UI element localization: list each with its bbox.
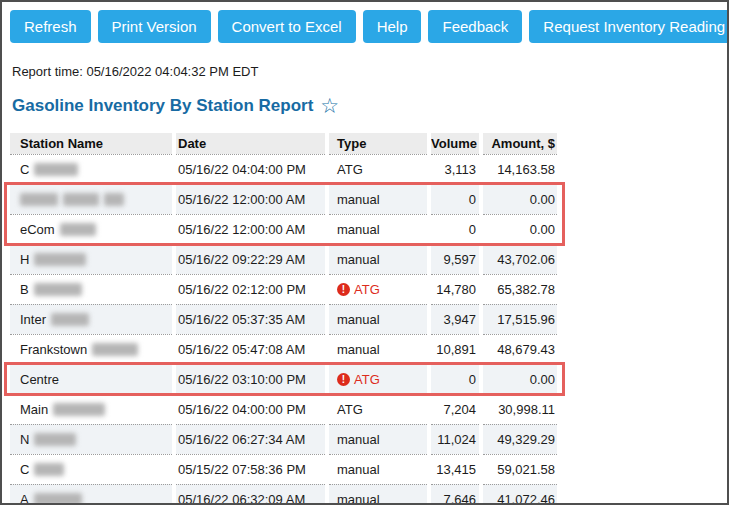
redacted-text-block xyxy=(53,403,105,416)
report-window: Refresh Print Version Convert to Excel H… xyxy=(0,0,729,505)
amount-cell: 0.00 xyxy=(483,214,557,244)
station-name-text: C xyxy=(20,462,29,477)
redacted-text-block xyxy=(63,193,99,206)
help-button[interactable]: Help xyxy=(363,10,422,43)
amount-cell: 59,021.58 xyxy=(483,454,557,484)
station-cell: H xyxy=(10,244,172,274)
date-cell: 05/16/22 12:00:00 AM xyxy=(176,184,325,214)
type-text: ATG xyxy=(354,372,380,387)
redacted-text-block xyxy=(34,163,78,176)
redacted-text-block xyxy=(34,253,86,266)
station-name-text: H xyxy=(20,252,29,267)
station-name-text: Main xyxy=(20,402,48,417)
request-inventory-reading-button[interactable]: Request Inventory Reading xyxy=(529,10,729,43)
station-name-text: N xyxy=(20,432,29,447)
column-header-amount: Amount, $ xyxy=(483,133,557,154)
page-title: Gasoline Inventory By Station Report ☆ xyxy=(12,96,727,116)
redacted-text-block xyxy=(60,223,96,236)
page-title-text: Gasoline Inventory By Station Report xyxy=(12,96,313,116)
table-row: Inter05/16/22 05:37:35 AMmanual3,94717,5… xyxy=(10,304,557,334)
amount-cell: 0.00 xyxy=(483,184,557,214)
print-version-button[interactable]: Print Version xyxy=(98,10,211,43)
table-row: H05/16/22 09:22:29 AMmanual9,59743,702.0… xyxy=(10,244,557,274)
type-cell: !ATG xyxy=(329,364,427,394)
amount-cell: 43,702.06 xyxy=(483,244,557,274)
type-cell: manual xyxy=(329,424,427,454)
station-cell: Inter xyxy=(10,304,172,334)
redacted-text-block xyxy=(92,343,138,356)
column-header-type: Type xyxy=(329,133,427,154)
volume-cell: 0 xyxy=(431,184,479,214)
redacted-text-block xyxy=(34,463,64,476)
table-body: C05/16/22 04:04:00 PMATG3,11314,163.5805… xyxy=(10,154,557,505)
type-text: ATG xyxy=(354,282,380,297)
redacted-text-block xyxy=(20,193,58,206)
amount-cell: 65,382.78 xyxy=(483,274,557,304)
alert-exclamation-icon: ! xyxy=(337,283,350,296)
volume-cell: 7,204 xyxy=(431,394,479,424)
type-cell: !ATG xyxy=(329,274,427,304)
station-cell: B xyxy=(10,274,172,304)
type-cell: manual xyxy=(329,184,427,214)
type-cell: manual xyxy=(329,484,427,505)
station-cell: A xyxy=(10,484,172,505)
station-name-text: Centre xyxy=(20,372,59,387)
station-cell: C xyxy=(10,454,172,484)
table-row: A05/16/22 06:32:09 AMmanual7,64641,072.4… xyxy=(10,484,557,505)
volume-cell: 9,597 xyxy=(431,244,479,274)
convert-to-excel-button[interactable]: Convert to Excel xyxy=(218,10,356,43)
table-row: Centre05/16/22 03:10:00 PM!ATG00.00 xyxy=(10,364,557,394)
report-time-text: Report time: 05/16/2022 04:04:32 PM EDT xyxy=(12,64,727,79)
table-header-row: Station Name Date Type Volume Amount, $ xyxy=(10,133,557,154)
redacted-text-block xyxy=(34,493,82,505)
favorite-star-icon[interactable]: ☆ xyxy=(320,97,339,115)
amount-cell: 14,163.58 xyxy=(483,154,557,184)
station-name-text: C xyxy=(20,162,29,177)
volume-cell: 14,780 xyxy=(431,274,479,304)
date-cell: 05/16/22 06:32:09 AM xyxy=(176,484,325,505)
redacted-text-block xyxy=(51,313,89,326)
table-row: C05/16/22 04:04:00 PMATG3,11314,163.58 xyxy=(10,154,557,184)
inventory-table: Station Name Date Type Volume Amount, $ … xyxy=(10,133,557,505)
date-cell: 05/16/22 02:12:00 PM xyxy=(176,274,325,304)
station-cell: C xyxy=(10,154,172,184)
type-cell: manual xyxy=(329,214,427,244)
station-cell: eCom xyxy=(10,214,172,244)
volume-cell: 10,891 xyxy=(431,334,479,364)
table-row: Main05/16/22 04:00:00 PMATG7,20430,998.1… xyxy=(10,394,557,424)
station-cell: N xyxy=(10,424,172,454)
volume-cell: 13,415 xyxy=(431,454,479,484)
redacted-text-block xyxy=(34,433,76,446)
refresh-button[interactable]: Refresh xyxy=(10,10,91,43)
table-row: eCom05/16/22 12:00:00 AMmanual00.00 xyxy=(10,214,557,244)
column-header-station-name: Station Name xyxy=(10,133,172,154)
station-cell xyxy=(10,184,172,214)
volume-cell: 11,024 xyxy=(431,424,479,454)
redacted-text-block xyxy=(34,283,82,296)
column-header-date: Date xyxy=(176,133,325,154)
amount-cell: 0.00 xyxy=(483,364,557,394)
volume-cell: 7,646 xyxy=(431,484,479,505)
type-cell: ATG xyxy=(329,394,427,424)
type-cell: manual xyxy=(329,304,427,334)
redacted-text-block xyxy=(104,193,124,206)
volume-cell: 0 xyxy=(431,214,479,244)
toolbar: Refresh Print Version Convert to Excel H… xyxy=(2,2,727,43)
table-row: B05/16/22 02:12:00 PM!ATG14,78065,382.78 xyxy=(10,274,557,304)
station-name-text: A xyxy=(20,492,29,505)
date-cell: 05/15/22 07:58:36 PM xyxy=(176,454,325,484)
type-cell: manual xyxy=(329,334,427,364)
amount-cell: 30,998.11 xyxy=(483,394,557,424)
date-cell: 05/16/22 04:04:00 PM xyxy=(176,154,325,184)
type-cell: ATG xyxy=(329,154,427,184)
date-cell: 05/16/22 05:47:08 AM xyxy=(176,334,325,364)
feedback-button[interactable]: Feedback xyxy=(428,10,522,43)
station-cell: Centre xyxy=(10,364,172,394)
date-cell: 05/16/22 04:00:00 PM xyxy=(176,394,325,424)
station-cell: Main xyxy=(10,394,172,424)
table-row: N05/16/22 06:27:34 AMmanual11,02449,329.… xyxy=(10,424,557,454)
station-name-text: Frankstown xyxy=(20,342,87,357)
date-cell: 05/16/22 06:27:34 AM xyxy=(176,424,325,454)
station-name-text: B xyxy=(20,282,29,297)
station-name-text: Inter xyxy=(20,312,46,327)
